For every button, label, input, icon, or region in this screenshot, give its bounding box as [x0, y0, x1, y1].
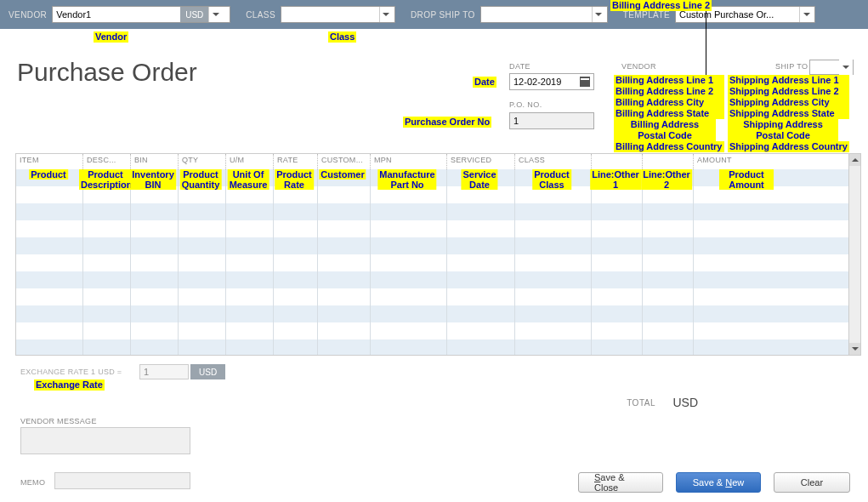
annot-billing-line2-top: Billing Address Line 2	[610, 0, 712, 11]
billing-line: Billing Address State	[614, 108, 724, 119]
date-input[interactable]: 12-02-2019	[509, 73, 594, 90]
exchange-rate-value: 1	[144, 367, 149, 377]
chevron-down-icon[interactable]	[592, 7, 605, 22]
grid-rows[interactable]	[16, 169, 848, 355]
billing-line: Billing Address Line 1	[614, 75, 724, 86]
table-row[interactable]	[16, 271, 848, 288]
chevron-down-icon[interactable]	[839, 60, 853, 75]
column-header[interactable]: CLASS	[514, 154, 591, 169]
chevron-down-icon[interactable]	[208, 7, 222, 22]
billing-line: Billing Address Line 2	[614, 86, 724, 97]
column-header[interactable]: MPN	[370, 154, 446, 169]
table-row[interactable]	[16, 339, 848, 356]
column-header[interactable]: ITEM	[16, 154, 82, 169]
exchange-rate-input[interactable]: 1	[139, 364, 189, 379]
vertical-scrollbar[interactable]	[848, 154, 860, 355]
column-header[interactable]: DESC...	[82, 154, 130, 169]
pono-value: 1	[513, 116, 519, 126]
vendor-message-input[interactable]	[20, 427, 190, 454]
pono-field-label: P.O. NO.	[509, 100, 542, 109]
class-label: CLASS	[246, 10, 275, 20]
column-header[interactable]: QTY	[178, 154, 225, 169]
annot-class: Class	[328, 31, 356, 43]
dropship-combo[interactable]	[480, 6, 608, 23]
pono-input[interactable]: 1	[509, 112, 594, 129]
table-row[interactable]	[16, 169, 848, 186]
column-header[interactable]: BIN	[130, 154, 178, 169]
line-items-grid[interactable]: ITEMDESC...BINQTYU/MRATECUSTOM...MPNSERV…	[15, 153, 861, 356]
shipping-line: Shipping Address State	[728, 108, 849, 119]
shipping-line: Shipping Address Line 2	[728, 86, 849, 97]
table-row[interactable]	[16, 237, 848, 254]
grid-column-headers: ITEMDESC...BINQTYU/MRATECUSTOM...MPNSERV…	[16, 154, 848, 169]
vendor-currency-badge: USD	[180, 7, 208, 22]
clear-button[interactable]: Clear	[774, 472, 850, 493]
save-and-new-button[interactable]: Save & New	[676, 472, 761, 493]
page-title: Purchase Order	[17, 58, 197, 87]
vendor-label: VENDOR	[9, 10, 47, 20]
column-header[interactable]: SERVICED	[446, 154, 514, 169]
column-header[interactable]	[591, 154, 642, 169]
billing-line: Billing Address City	[614, 97, 724, 108]
annot-po-no: Purchase Order No	[403, 117, 491, 128]
vendor-input[interactable]	[53, 7, 180, 22]
memo-label: MEMO	[20, 478, 45, 487]
shipping-address-block: Shipping Address Line 1 Shipping Address…	[728, 75, 849, 152]
vendor-message-label: VENDOR MESSAGE	[20, 417, 97, 425]
column-header[interactable]: U/M	[225, 154, 273, 169]
billing-line: Billing Address Country	[614, 141, 724, 152]
chevron-down-icon[interactable]	[379, 7, 393, 22]
dropship-label: DROP SHIP TO	[411, 10, 475, 20]
chevron-down-icon[interactable]	[799, 7, 813, 22]
class-combo[interactable]	[281, 6, 395, 23]
column-header[interactable]: AMOUNT	[693, 154, 802, 169]
table-row[interactable]	[16, 288, 848, 305]
vendor-combo[interactable]: USD	[52, 6, 230, 23]
table-row[interactable]	[16, 186, 848, 203]
class-input[interactable]	[281, 7, 379, 22]
annot-vendor: Vendor	[94, 31, 128, 43]
save-and-close-button[interactable]: Save & Close	[578, 472, 663, 493]
template-label: TEMPLATE	[623, 10, 670, 20]
date-value: 12-02-2019	[513, 77, 561, 87]
shipping-line: Shipping Address Country	[728, 141, 849, 152]
scroll-up-arrow[interactable]	[849, 154, 860, 166]
top-toolbar: VENDOR USD CLASS DROP SHIP TO TEMPLATE	[0, 0, 868, 29]
total-currency: USD	[672, 396, 698, 409]
calendar-icon[interactable]	[580, 77, 590, 87]
shipping-line: Shipping Address City	[728, 97, 849, 108]
date-field-label: DATE	[509, 62, 530, 71]
shipto-label: SHIP TO	[775, 62, 808, 71]
column-header[interactable]: CUSTOM...	[317, 154, 370, 169]
memo-input[interactable]	[54, 472, 190, 489]
table-row[interactable]	[16, 203, 848, 220]
vendor-address-label: VENDOR	[621, 62, 656, 71]
table-row[interactable]	[16, 322, 848, 339]
total-label: TOTAL	[627, 398, 655, 408]
table-row[interactable]	[16, 305, 848, 322]
table-row[interactable]	[16, 220, 848, 237]
column-header[interactable]	[642, 154, 693, 169]
annot-date: Date	[473, 77, 496, 88]
shipto-combo[interactable]	[809, 60, 854, 75]
billing-line: Billing Address Postal Code	[614, 119, 716, 141]
table-row[interactable]	[16, 254, 848, 271]
shipping-line: Shipping Address Line 1	[728, 75, 849, 86]
scroll-down-arrow[interactable]	[849, 343, 860, 355]
exchange-rate-currency-badge: USD	[190, 364, 225, 379]
exchange-rate-label: EXCHANGE RATE 1 USD =	[20, 368, 122, 376]
annot-exchange-rate: Exchange Rate	[34, 379, 105, 391]
shipping-line: Shipping Address Postal Code	[728, 119, 838, 141]
column-header[interactable]: RATE	[273, 154, 317, 169]
dropship-input[interactable]	[481, 7, 592, 22]
billing-address-block: Billing Address Line 1 Billing Address L…	[614, 75, 724, 152]
